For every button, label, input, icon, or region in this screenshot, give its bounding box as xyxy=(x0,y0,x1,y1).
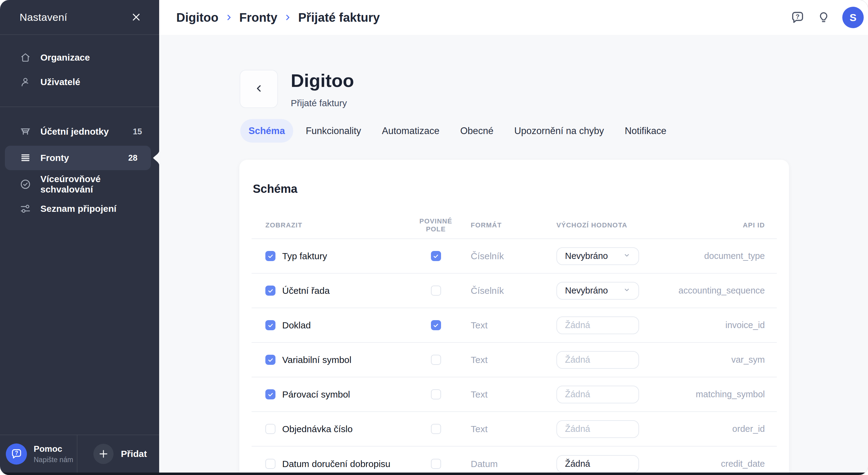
sidebar-header: Nastavení xyxy=(0,0,159,35)
sidebar-divider xyxy=(0,106,159,107)
help-title: Pomoc xyxy=(34,444,73,454)
tab-bar: Schéma Funkcionality Automatizace Obecné… xyxy=(240,119,675,142)
user-icon xyxy=(20,76,31,88)
tab-upozorneni-na-chyby[interactable]: Upozornění na chyby xyxy=(506,119,612,142)
visible-checkbox[interactable] xyxy=(266,251,275,261)
sidebar-item-viceurovnove-schvalovani[interactable]: Víceúrovňové schvalování xyxy=(0,172,159,196)
help-button[interactable]: Pomoc Napište nám xyxy=(0,435,78,473)
breadcrumb-prijate-faktury[interactable]: Přijaté faktury xyxy=(298,11,380,25)
chevron-down-icon xyxy=(623,286,630,296)
close-icon[interactable] xyxy=(130,11,142,23)
default-value-select[interactable]: Nevybráno xyxy=(556,282,639,299)
required-checkbox[interactable] xyxy=(431,286,441,296)
format-value: Text xyxy=(460,320,556,330)
required-checkbox[interactable] xyxy=(431,355,441,365)
visible-checkbox[interactable] xyxy=(266,389,275,400)
page-subtitle: Přijaté faktury xyxy=(291,98,354,108)
sidebar-footer: Pomoc Napište nám Přidat xyxy=(0,435,159,473)
sidebar-item-organizace[interactable]: Organizace xyxy=(0,45,159,70)
default-value-field xyxy=(556,351,639,369)
field-label: Doklad xyxy=(282,320,311,330)
required-checkbox[interactable] xyxy=(431,320,441,330)
field-label: Účetní řada xyxy=(282,286,330,296)
format-value: Text xyxy=(460,424,556,434)
visible-checkbox[interactable] xyxy=(266,459,275,469)
visible-checkbox[interactable] xyxy=(266,424,275,434)
required-checkbox[interactable] xyxy=(431,389,441,400)
sidebar-item-label: Organizace xyxy=(40,52,90,63)
page-title: Digitoo xyxy=(291,72,354,90)
api-id: invoice_id xyxy=(639,320,765,330)
breadcrumb-digitoo[interactable]: Digitoo xyxy=(176,11,219,25)
field-label: Objednávka číslo xyxy=(282,424,352,434)
format-value: Číselník xyxy=(460,251,556,261)
required-checkbox[interactable] xyxy=(431,459,441,469)
count-badge: 15 xyxy=(133,127,142,136)
default-value-input[interactable] xyxy=(565,389,630,400)
sidebar-item-fronty[interactable]: Fronty 28 xyxy=(5,146,151,170)
format-value: Text xyxy=(460,389,556,400)
add-button[interactable]: Přidat xyxy=(78,435,159,473)
visible-checkbox[interactable] xyxy=(266,355,275,365)
back-button[interactable] xyxy=(240,70,278,108)
default-value-select[interactable]: Nevybráno xyxy=(556,247,639,265)
column-povinne-pole: POVINNÉ POLE xyxy=(411,217,460,233)
default-value-field xyxy=(556,316,639,334)
tab-automatizace[interactable]: Automatizace xyxy=(374,119,448,142)
help-bubble-icon[interactable] xyxy=(790,10,805,25)
default-value-input[interactable] xyxy=(565,355,630,365)
visible-checkbox[interactable] xyxy=(266,320,275,330)
check-circle-icon xyxy=(20,179,31,190)
format-value: Datum xyxy=(460,459,556,469)
sliders-icon xyxy=(20,203,31,215)
field-label: Typ faktury xyxy=(282,251,327,261)
chevron-right-icon xyxy=(283,13,292,22)
required-checkbox[interactable] xyxy=(431,251,441,261)
api-id: matching_symbol xyxy=(639,389,765,400)
default-value-select[interactable]: Žádná xyxy=(556,455,639,473)
format-value: Text xyxy=(460,355,556,365)
required-checkbox[interactable] xyxy=(431,424,441,434)
tab-obecne[interactable]: Obecné xyxy=(452,119,502,142)
column-zobrazit: ZOBRAZIT xyxy=(266,221,411,229)
breadcrumb: Digitoo Fronty Přijaté faktury xyxy=(176,11,380,25)
sidebar-title: Nastavení xyxy=(20,11,67,23)
default-value-input[interactable] xyxy=(565,320,630,330)
count-badge: 28 xyxy=(128,153,137,163)
column-vychozi-hodnota: VÝCHOZÍ HODNOTA xyxy=(556,221,639,229)
home-icon xyxy=(20,52,31,63)
tab-funkcionality[interactable]: Funkcionality xyxy=(298,119,369,142)
lightbulb-icon[interactable] xyxy=(816,10,831,25)
tab-notifikace[interactable]: Notifikace xyxy=(616,119,675,142)
sidebar-item-label: Seznam připojení xyxy=(40,203,116,214)
chevron-left-icon xyxy=(254,83,264,95)
avatar[interactable]: S xyxy=(842,7,864,28)
chat-question-icon xyxy=(6,443,27,465)
table-row: Doklad Text invoice_id xyxy=(252,308,777,343)
column-format: FORMÁT xyxy=(460,221,556,229)
main-area: Digitoo Fronty Přijaté faktury S Digitoo… xyxy=(159,0,868,475)
help-subtitle: Napište nám xyxy=(34,456,73,464)
default-value-input[interactable] xyxy=(565,424,630,434)
api-id: order_id xyxy=(639,424,765,434)
sidebar-item-label: Účetní jednotky xyxy=(40,126,108,137)
breadcrumb-fronty[interactable]: Fronty xyxy=(239,11,277,25)
column-api-id: API ID xyxy=(639,221,765,229)
api-id: accounting_sequence xyxy=(639,286,765,296)
table-row: Objednávka číslo Text order_id xyxy=(252,412,777,447)
sidebar-item-seznam-pripojeni[interactable]: Seznam připojení xyxy=(0,196,159,221)
sidebar-item-ucetni-jednotky[interactable]: Účetní jednotky 15 xyxy=(0,119,159,144)
format-value: Číselník xyxy=(460,286,556,296)
sidebar-item-label: Fronty xyxy=(40,153,69,163)
tab-schema[interactable]: Schéma xyxy=(240,119,293,142)
table-row: Variabilní symbol Text var_sym xyxy=(252,343,777,377)
active-item-pointer xyxy=(151,149,159,166)
sidebar-item-uzivatele[interactable]: Uživatelé xyxy=(0,70,159,94)
app-window: Nastavení Organizace Uživatelé Účetní je… xyxy=(0,0,868,475)
card-heading: Schéma xyxy=(253,182,777,196)
field-label: Párovací symbol xyxy=(282,389,350,400)
top-bar: Digitoo Fronty Přijaté faktury S xyxy=(159,0,868,35)
visible-checkbox[interactable] xyxy=(266,286,275,296)
table-row: Typ faktury Číselník Nevybráno document_… xyxy=(252,239,777,274)
add-button-label: Přidat xyxy=(121,449,147,459)
